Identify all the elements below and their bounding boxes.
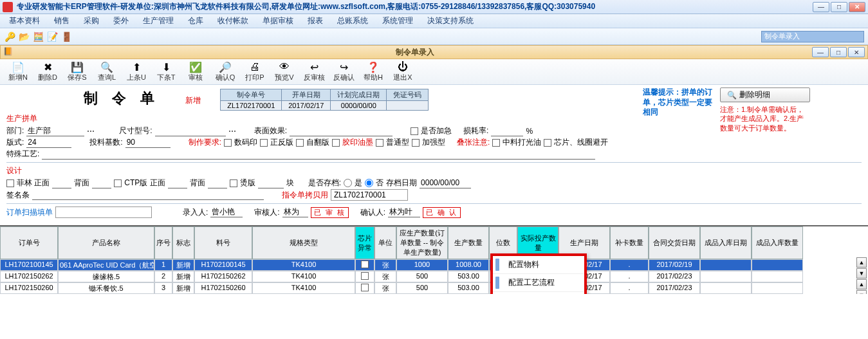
urgent-checkbox[interactable] [411,127,418,135]
menu-payment[interactable]: 收付帐款 [212,14,254,28]
tb-下条T[interactable]: ⬇下条T [152,60,180,84]
d-inp-1[interactable] [92,178,111,188]
ctx-item-material[interactable]: 配置物料 [493,256,584,274]
d-inp-3[interactable] [208,178,227,188]
size-input[interactable] [155,126,226,136]
menu-ledger[interactable]: 总账系统 [332,14,373,28]
tb-帮助H[interactable]: ❓帮助H [359,60,387,84]
col-header[interactable]: 芯片异常 [355,226,374,259]
qt-calc-icon[interactable]: 🧮 [32,31,44,42]
menu-warehouse[interactable]: 仓库 [183,14,208,28]
size-lookup-icon[interactable]: ⋯ [228,127,236,136]
col-header[interactable]: 规格类型 [252,226,355,259]
loss-input[interactable] [491,126,523,136]
col-header[interactable]: 单位 [374,226,396,259]
archive-date-input[interactable] [420,178,471,188]
stack-chk-1[interactable] [544,139,551,147]
req-chk-1[interactable] [260,139,268,147]
col-header[interactable]: 产品名称 [58,226,154,259]
req-chk-5[interactable] [412,139,420,147]
row-up-button-2[interactable]: ▲ [856,279,867,289]
tb-审核[interactable]: ✅审核 [181,60,210,84]
menu-outsource[interactable]: 委外 [108,14,134,28]
menu-decision[interactable]: 决策支持系统 [422,14,479,28]
d-inp-4[interactable] [258,178,284,188]
scan-input[interactable] [55,206,152,218]
req-chk-2[interactable] [296,139,304,147]
tb-打印P[interactable]: 🖨打印P [241,60,269,84]
chip-abnormal-checkbox[interactable] [361,272,369,280]
dept-lookup-icon[interactable]: ⋯ [87,127,95,136]
col-header[interactable]: 序号 [154,226,172,259]
col-header[interactable]: 成品入库日期 [700,226,752,259]
tb-保存S[interactable]: 💾保存S [63,60,91,84]
maximize-button[interactable]: □ [831,2,847,12]
row-up-button[interactable]: ▲ [856,257,867,268]
child-maximize-button[interactable]: □ [830,47,847,57]
tb-反审核[interactable]: ↩反审核 [300,60,328,84]
chip-abnormal-checkbox[interactable] [361,284,369,291]
child-close-button[interactable]: ✕ [848,47,865,57]
ctx-item-viewdraft[interactable]: 查看原确认稿 [493,292,584,294]
qt-note-icon[interactable]: 📝 [46,31,58,42]
d-inp-2[interactable] [168,178,187,188]
mv-voucher[interactable] [387,101,429,111]
tb-查询L[interactable]: 🔍查询L [93,60,121,84]
qt-key-icon[interactable]: 🔑 [4,31,15,42]
table-row[interactable]: LH1702150262缘缘格.52新增H1702150262TK4100张50… [0,271,868,282]
tb-预览V[interactable]: 👁预览V [270,60,299,84]
tb-退出X[interactable]: ⏻退出X [389,60,417,84]
col-header[interactable]: 补卡数量 [610,226,649,259]
menu-report[interactable]: 报表 [302,14,328,28]
chip-abnormal-checkbox[interactable] [361,261,369,268]
archive-yes-radio[interactable] [344,179,352,187]
qt-exit-icon[interactable]: 🚪 [60,31,72,42]
d-chk-4[interactable] [230,179,237,187]
tb-删除D[interactable]: ✖删除D [33,60,62,84]
tb-确认Q[interactable]: 🔎确认Q [211,60,239,84]
d-chk-0[interactable] [6,179,14,187]
col-header[interactable]: 订单号 [0,226,58,259]
d-chk-2[interactable] [114,179,122,187]
col-header[interactable]: 应生产数量(订单数量 -- 制令单生产数量) [396,226,448,259]
qt-open-icon[interactable]: 📂 [18,31,30,42]
col-header[interactable]: 标志 [172,226,194,259]
row-down-button[interactable]: ▼ [856,268,867,279]
col-header[interactable]: 料号 [194,226,252,259]
copy-input[interactable] [331,189,408,201]
req-chk-4[interactable] [376,139,383,147]
surface-input[interactable] [290,126,392,136]
tb-反确认[interactable]: ↪反确认 [329,60,358,84]
col-header[interactable]: 合同交货日期 [649,226,700,259]
tb-上条U[interactable]: ⬆上条U [122,60,151,84]
col-header[interactable]: 生产数量 [448,226,489,259]
ctx-item-process[interactable]: 配置工艺流程 [493,274,584,292]
sign-input[interactable] [32,190,264,200]
mv-orderno[interactable]: ZL1702170001 [221,101,282,111]
version-input[interactable] [26,138,71,148]
close-button[interactable]: ✕ [849,2,865,12]
search-input[interactable] [761,31,864,42]
child-minimize-button[interactable]: — [812,47,829,57]
req-chk-3[interactable] [332,139,340,147]
tb-新增N[interactable]: 📄新增N [4,60,32,84]
mv-date[interactable]: 2017/02/17 [282,101,331,111]
dept-input[interactable] [26,126,84,136]
menu-production[interactable]: 生产管理 [138,14,179,28]
menu-basic[interactable]: 基本资料 [4,14,45,28]
base-input[interactable] [125,138,171,148]
menu-system[interactable]: 系统管理 [377,14,418,28]
stack-chk-0[interactable] [492,139,500,147]
d-inp-0[interactable] [52,178,71,188]
col-header[interactable]: 成品入库数量 [752,226,803,259]
archive-no-radio[interactable] [365,179,373,187]
row-down-button-2[interactable]: ▼ [856,290,867,294]
special-input[interactable] [42,149,595,160]
menu-purchase[interactable]: 采购 [78,14,104,28]
clear-detail-button[interactable]: 🔍删除明细 [720,87,810,102]
mv-plan[interactable]: 0000/00/00 [331,101,387,111]
req-chk-0[interactable] [224,139,232,147]
table-row[interactable]: LH1702100145061 AAproTec UID Card（航空1新增H… [0,259,868,271]
minimize-button[interactable]: — [813,2,829,12]
menu-audit[interactable]: 单据审核 [257,14,299,28]
